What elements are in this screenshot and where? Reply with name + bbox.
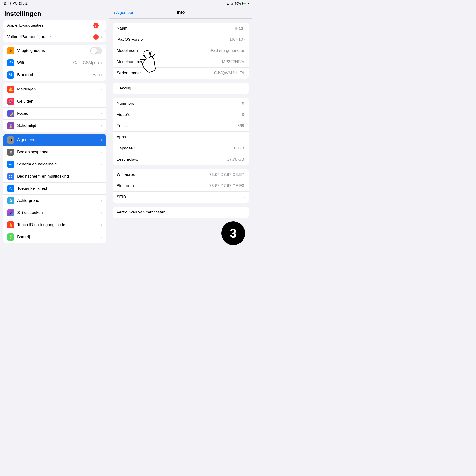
svg-rect-3 bbox=[11, 177, 12, 178]
toegankelijkheid-label: Toegankelijkheid bbox=[17, 186, 101, 191]
nav-back-button[interactable]: ‹ Algemeen bbox=[114, 10, 134, 15]
detail-section-dekking: Dekking › bbox=[113, 83, 249, 94]
touchid-label: Touch ID en toegangscode bbox=[17, 222, 101, 227]
beginscherm-icon bbox=[7, 173, 14, 180]
info-label-dekking: Dekking bbox=[117, 86, 244, 91]
sidebar-item-beginscherm[interactable]: Beginscherm en multitasking › bbox=[3, 170, 106, 183]
sidebar-group-connectivity: ✈ Vliegtuigmodus Wifi Gast GSMpunt › bbox=[3, 45, 106, 81]
sidebar-voltooi-card: Voltooi iPad-configuratie 1 › bbox=[3, 32, 106, 42]
status-bar-left: 13:49 Wo 23 okt. bbox=[3, 2, 28, 5]
sidebar: Instellingen Apple ID-suggesties 3 › Vol… bbox=[0, 7, 109, 252]
nav-back-label: Algemeen bbox=[116, 10, 135, 15]
sidebar-item-toegankelijkheid[interactable]: ☺ Toegankelijkheid › bbox=[3, 183, 106, 195]
meldingen-chevron: › bbox=[101, 87, 102, 91]
back-chevron-icon: ‹ bbox=[114, 10, 116, 15]
scherm-chevron: › bbox=[101, 162, 102, 166]
info-label-ipados: iPadOS-versie bbox=[117, 37, 229, 42]
info-label-naam: Naam bbox=[117, 26, 235, 31]
schermtijd-label: Schermtijd bbox=[17, 123, 101, 128]
info-row-dekking[interactable]: Dekking › bbox=[113, 83, 249, 94]
sidebar-item-geluiden[interactable]: 🔊 Geluiden › bbox=[3, 95, 106, 108]
info-row-bluetooth-adres: Bluetooth 78:67:D7:67:CE:E8 bbox=[113, 180, 249, 192]
info-label-nummers: Nummers bbox=[117, 101, 242, 106]
info-value-modelnummer: MP2F2NF/A bbox=[222, 60, 244, 64]
info-label-bluetooth-adres: Bluetooth bbox=[117, 184, 209, 188]
info-value-videos: 0 bbox=[242, 112, 244, 117]
vliegtuig-icon: ✈ bbox=[7, 47, 14, 54]
sidebar-row-voltooi[interactable]: Voltooi iPad-configuratie 1 › bbox=[3, 32, 106, 42]
detail-section-network: Wifi-adres 78:67:D7:67:CE:E7 Bluetooth 7… bbox=[113, 169, 249, 203]
sidebar-item-bluetooth[interactable]: ⅔ Bluetooth Aan › bbox=[3, 69, 106, 81]
sidebar-item-achtergrond[interactable]: ✿ Achtergrond › bbox=[3, 195, 106, 207]
info-label-fotos: Foto's bbox=[117, 123, 238, 128]
algemeen-icon: ⚙ bbox=[7, 136, 14, 143]
meldingen-label: Meldingen bbox=[17, 87, 101, 92]
detail-panel: ‹ Algemeen Info Naam iPad › iPadOS-versi… bbox=[109, 7, 252, 252]
status-bar-right: ▲ ◎ 70% bbox=[226, 2, 249, 5]
info-chevron-ipados: › bbox=[244, 37, 245, 42]
info-row-modelnummer: Modelnummer MP2F2NF/A bbox=[113, 56, 249, 68]
touchid-chevron: › bbox=[101, 223, 102, 227]
info-value-fotos: 369 bbox=[238, 123, 244, 128]
scherm-label: Scherm en helderheid bbox=[17, 162, 101, 167]
sidebar-top-card: Apple ID-suggesties 3 › bbox=[3, 20, 106, 31]
beginscherm-chevron: › bbox=[101, 174, 102, 178]
bedieningspaneel-chevron: › bbox=[101, 150, 102, 154]
sidebar-item-algemeen[interactable]: ⚙ Algemeen › bbox=[3, 134, 106, 146]
bluetooth-icon: ⅔ bbox=[7, 71, 14, 79]
batterij-icon: 🔋 bbox=[7, 234, 14, 241]
sidebar-item-scherm[interactable]: Aa Scherm en helderheid › bbox=[3, 158, 106, 170]
layout: Instellingen Apple ID-suggesties 3 › Vol… bbox=[0, 7, 252, 252]
meldingen-icon: 🔔 bbox=[7, 86, 14, 93]
info-row-apps: Apps 1 bbox=[113, 132, 249, 143]
status-date: Wo 23 okt. bbox=[13, 2, 28, 5]
sidebar-item-bedieningspaneel[interactable]: ⊞ Bedieningspaneel › bbox=[3, 146, 106, 158]
sidebar-title: Instellingen bbox=[0, 7, 109, 20]
algemeen-chevron: › bbox=[101, 138, 102, 142]
sidebar-row-apple-id[interactable]: Apple ID-suggesties 3 › bbox=[3, 20, 106, 31]
toegankelijkheid-chevron: › bbox=[101, 186, 102, 191]
info-value-nummers: 0 bbox=[242, 101, 244, 106]
info-row-serienummer: Serienummer CJVQWM2HLF9 bbox=[113, 68, 249, 79]
sidebar-item-schermtijd[interactable]: ⌛ Schermtijd › bbox=[3, 120, 106, 132]
focus-label: Focus bbox=[17, 111, 101, 116]
wifi-value: Gast GSMpunt bbox=[73, 60, 100, 65]
scherm-icon: Aa bbox=[7, 161, 14, 168]
svg-rect-1 bbox=[11, 175, 12, 176]
sidebar-item-touchid[interactable]: 👆 Touch ID en toegangscode › bbox=[3, 219, 106, 231]
bedieningspaneel-label: Bedieningspaneel bbox=[17, 150, 101, 154]
battery-icon bbox=[242, 2, 249, 5]
sidebar-item-vliegtuig[interactable]: ✈ Vliegtuigmodus bbox=[3, 45, 106, 57]
sidebar-item-batterij[interactable]: 🔋 Batterij › bbox=[3, 231, 106, 243]
geluiden-chevron: › bbox=[101, 99, 102, 103]
step-badge: 3 bbox=[221, 221, 245, 245]
info-label-capaciteit: Capaciteit bbox=[117, 146, 233, 151]
info-row-ipados[interactable]: iPadOS-versie 16.7.10 › bbox=[113, 34, 249, 45]
info-value-beschikbaar: 17,78 GB bbox=[227, 157, 244, 162]
info-label-cert: Vertrouwen van certificaten bbox=[117, 210, 244, 215]
info-row-cert[interactable]: Vertrouwen van certificaten › bbox=[113, 207, 249, 218]
bluetooth-label: Bluetooth bbox=[17, 73, 93, 77]
vliegtuig-label: Vliegtuigmodus bbox=[17, 48, 90, 53]
info-row-beschikbaar: Beschikbaar 17,78 GB bbox=[113, 154, 249, 165]
sidebar-badge-voltooi: 1 bbox=[93, 34, 99, 39]
batterij-chevron: › bbox=[101, 235, 102, 239]
siri-chevron: › bbox=[101, 211, 102, 215]
battery-percent: 70% bbox=[235, 2, 241, 5]
sidebar-item-focus[interactable]: 🌙 Focus › bbox=[3, 108, 106, 120]
status-bar: 13:49 Wo 23 okt. ▲ ◎ 70% bbox=[0, 0, 252, 7]
status-time: 13:49 bbox=[3, 2, 11, 5]
info-label-beschikbaar: Beschikbaar bbox=[117, 157, 227, 162]
info-value-wifi-adres: 78:67:D7:67:CE:E7 bbox=[209, 172, 244, 177]
sidebar-item-meldingen[interactable]: 🔔 Meldingen › bbox=[3, 83, 106, 95]
beginscherm-label: Beginscherm en multitasking bbox=[17, 174, 101, 179]
info-row-naam[interactable]: Naam iPad › bbox=[113, 23, 249, 34]
vliegtuig-toggle[interactable] bbox=[90, 47, 102, 54]
sidebar-item-wifi[interactable]: Wifi Gast GSMpunt › bbox=[3, 57, 106, 69]
info-chevron-naam: › bbox=[244, 26, 245, 31]
sidebar-item-siri[interactable]: ◎ Siri en zoeken › bbox=[3, 207, 106, 219]
info-row-seid[interactable]: SEID › bbox=[113, 192, 249, 203]
info-label-seid: SEID bbox=[117, 195, 244, 200]
geluiden-label: Geluiden bbox=[17, 99, 101, 104]
nav-bar: ‹ Algemeen Info bbox=[109, 7, 252, 18]
